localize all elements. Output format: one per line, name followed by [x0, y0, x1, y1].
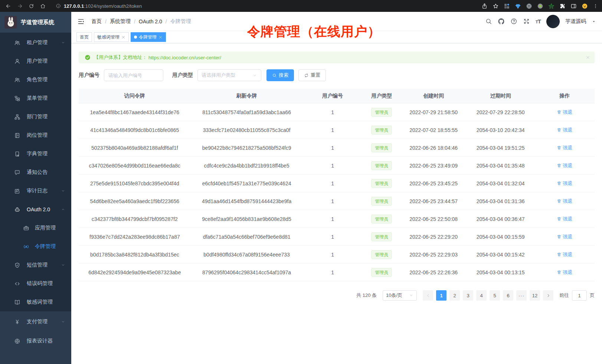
- user-id-input[interactable]: [104, 69, 163, 81]
- sidebar-item-oauth2[interactable]: OAuth 2.0: [0, 200, 71, 219]
- page-button[interactable]: ···: [516, 290, 527, 301]
- close-icon[interactable]: [158, 35, 163, 39]
- user-type-select[interactable]: 请选择用户类型: [197, 69, 261, 81]
- prev-page-button[interactable]: [423, 290, 433, 301]
- caret-down-icon[interactable]: [592, 19, 596, 24]
- access-token-cell: 54d6be82ee5a460a9aedc1f9bf223656: [79, 198, 191, 204]
- user-type-badge: 管理员: [371, 161, 392, 170]
- address-bar[interactable]: 127.0.0.1:1024/system/oauth2/token: [56, 3, 481, 9]
- sidebar-item-dept[interactable]: 部门管理: [0, 107, 71, 126]
- filter-form: 用户编号 用户类型 请选择用户类型 搜索 重置: [79, 69, 595, 81]
- help-icon[interactable]: [510, 18, 517, 25]
- sidebar-item-dict[interactable]: 字典管理: [0, 145, 71, 163]
- force-logout-button[interactable]: 强退: [557, 127, 572, 133]
- username[interactable]: 芋道源码: [565, 18, 586, 25]
- sidebar-item-oauth2-token[interactable]: 令牌管理: [0, 237, 71, 256]
- browser-forward-icon[interactable]: [15, 1, 24, 11]
- app-logo-bar[interactable]: 芋道管理系统: [0, 12, 71, 33]
- sidebar-item-oauth2-app[interactable]: 应用管理: [0, 219, 71, 237]
- table-row: f9336e7c7dd242a283ee98dc86b17a87 dfa6c71…: [79, 228, 595, 246]
- sidebar-item-role[interactable]: 角色管理: [0, 70, 71, 89]
- record-extension-icon[interactable]: [537, 3, 543, 9]
- page-button[interactable]: 2: [449, 290, 460, 301]
- page-size-select[interactable]: 10条/页: [383, 290, 417, 301]
- fullscreen-icon[interactable]: [523, 18, 530, 25]
- force-logout-button[interactable]: 强退: [557, 145, 572, 151]
- view-tab[interactable]: 令牌管理: [131, 32, 166, 42]
- trash-icon: [557, 199, 562, 203]
- side-panel-icon[interactable]: [570, 3, 577, 9]
- sidebar-item-errcode[interactable]: 错误码管理: [0, 274, 71, 293]
- force-logout-button[interactable]: 强退: [557, 269, 572, 276]
- alert-text: 【用户体系】文档地址：: [94, 54, 147, 61]
- force-logout-button[interactable]: 强退: [557, 162, 572, 169]
- column-header: 创建时间: [401, 93, 467, 99]
- sidebar-item-notice[interactable]: 通知公告: [0, 163, 71, 182]
- force-logout-button[interactable]: 强退: [557, 198, 572, 205]
- expire-time-cell: 2054-03-04 00:15:59: [467, 234, 535, 240]
- sidebar-item-sensitive[interactable]: 敏感词管理: [0, 293, 71, 311]
- sidebar-item-post[interactable]: 岗位管理: [0, 126, 71, 145]
- user-type-cell: 管理员: [363, 232, 401, 241]
- force-logout-button[interactable]: 强退: [557, 180, 572, 187]
- sidebar-item-pay[interactable]: 支付管理: [0, 312, 71, 331]
- sidebar-item-report[interactable]: 报表设计器: [0, 331, 71, 351]
- browser-home-icon[interactable]: [38, 1, 48, 11]
- kebab-menu-icon[interactable]: [593, 3, 598, 9]
- page-button[interactable]: 4: [476, 290, 487, 301]
- avatar[interactable]: [546, 15, 560, 28]
- sidebar-item-menu[interactable]: 菜单管理: [0, 89, 71, 107]
- star-extension-icon[interactable]: [548, 3, 554, 9]
- font-size-icon[interactable]: TT: [536, 18, 541, 24]
- reset-button[interactable]: 重置: [298, 69, 326, 81]
- gem-extension-icon[interactable]: [515, 3, 521, 9]
- collapse-sidebar-icon[interactable]: [77, 18, 85, 25]
- page-button[interactable]: 3: [463, 290, 473, 301]
- sidebar-item-audit[interactable]: 审计日志: [0, 182, 71, 200]
- cmd-extension-icon[interactable]: [526, 3, 532, 9]
- action-cell: 强退: [535, 180, 595, 187]
- user-type-cell: 管理员: [363, 126, 401, 135]
- chevron-down-icon: [409, 293, 413, 298]
- extensions-grid-icon[interactable]: [504, 3, 510, 9]
- page-button[interactable]: 1: [436, 290, 446, 301]
- page-button[interactable]: 6: [503, 290, 513, 301]
- close-icon[interactable]: [121, 35, 125, 39]
- force-logout-button[interactable]: 强退: [557, 251, 572, 258]
- user-type-cell: 管理员: [363, 250, 401, 259]
- share-icon[interactable]: [481, 3, 488, 9]
- site-info-icon[interactable]: [56, 3, 61, 9]
- search-button[interactable]: 搜索: [266, 69, 294, 81]
- action-cell: 强退: [535, 145, 595, 151]
- force-logout-button[interactable]: 强退: [557, 109, 572, 116]
- profile-emoji-icon[interactable]: [582, 3, 588, 9]
- github-icon[interactable]: [498, 18, 505, 25]
- browser-back-icon[interactable]: [4, 1, 13, 11]
- tags-view: 首页 敏感词管理 令牌管理: [71, 31, 602, 43]
- force-logout-button[interactable]: 强退: [557, 234, 572, 240]
- page-button[interactable]: 5: [490, 290, 500, 301]
- view-tab[interactable]: 首页: [76, 32, 92, 42]
- force-logout-button[interactable]: 强退: [557, 216, 572, 222]
- breadcrumb-oauth[interactable]: OAuth 2.0: [139, 19, 162, 24]
- user-icon: [14, 58, 20, 64]
- next-page-button[interactable]: [543, 290, 553, 301]
- puzzle-extension-icon[interactable]: [559, 3, 566, 9]
- view-tab[interactable]: 敏感词管理: [94, 32, 129, 42]
- sidebar-item-user[interactable]: 用户管理: [0, 52, 71, 70]
- close-icon[interactable]: [586, 55, 590, 60]
- sidebar-item-sms[interactable]: 短信管理: [0, 256, 71, 274]
- search-icon[interactable]: [485, 18, 492, 25]
- doc-link[interactable]: https://doc.iocoder.cn/user-center/: [148, 55, 221, 60]
- breadcrumb-system[interactable]: 系统管理: [110, 18, 131, 25]
- refresh-token-cell: be90422b8c7946218275a508bf524fc9: [191, 145, 303, 151]
- expire-time-cell: 2054-03-04 01:31:36: [467, 198, 535, 204]
- goto-page-input[interactable]: [572, 290, 587, 301]
- browser-reload-icon[interactable]: [27, 1, 36, 11]
- sidebar-item-tenant[interactable]: 租户管理: [0, 33, 71, 52]
- page-button[interactable]: 12: [530, 290, 540, 301]
- user-type-badge: 管理员: [371, 126, 392, 135]
- sidebar-item-label: 报表设计器: [27, 338, 53, 344]
- bookmark-star-icon[interactable]: [493, 3, 499, 9]
- breadcrumb-home[interactable]: 首页: [91, 18, 102, 25]
